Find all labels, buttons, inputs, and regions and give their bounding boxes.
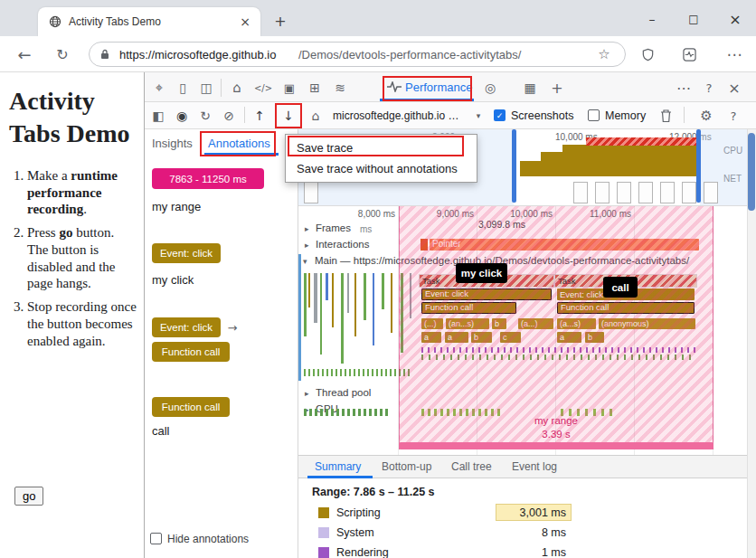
- gear-icon[interactable]: ⚙: [696, 106, 716, 126]
- scrollbar-thumb[interactable]: [748, 133, 755, 211]
- hide-annotations-checkbox[interactable]: [150, 533, 162, 544]
- list-item: Make a runtime performance recording.: [27, 167, 137, 218]
- activity-bar: [354, 273, 356, 336]
- screenshot-thumbnail[interactable]: [617, 182, 631, 203]
- back-icon[interactable]: ←: [13, 43, 36, 66]
- panel-extra-icon[interactable]: ◎: [479, 77, 501, 99]
- screenshot-thumbnail[interactable]: [682, 182, 696, 203]
- entry-label-call[interactable]: call: [603, 277, 638, 298]
- screenshot-thumbnail[interactable]: [638, 182, 653, 203]
- legend-swatch-scripting: [318, 507, 329, 518]
- legend-name: System: [336, 526, 374, 539]
- rerecord-icon[interactable]: ↻: [195, 106, 215, 126]
- sidebar-toggle-icon[interactable]: ◧: [148, 106, 168, 126]
- expand-icon[interactable]: ▸: [305, 389, 309, 398]
- legend-swatch-rendering: [318, 547, 329, 558]
- devtools-close-icon[interactable]: ×: [723, 77, 745, 99]
- trash-icon[interactable]: [657, 107, 675, 125]
- screenshot-thumbnail[interactable]: [595, 182, 610, 203]
- new-tab-button[interactable]: +: [271, 12, 289, 30]
- screenshot-thumbnail[interactable]: [704, 182, 718, 203]
- interactions-track-label[interactable]: Interactions: [316, 239, 369, 250]
- trace-source-dropdown[interactable]: microsoftedge.github.io …: [333, 109, 458, 122]
- browser-essentials-icon[interactable]: [680, 45, 698, 63]
- layout-grid-icon[interactable]: ▦: [519, 77, 541, 99]
- thread-pool-track-label[interactable]: Thread pool: [316, 387, 371, 398]
- tab-close-icon[interactable]: ×: [237, 14, 253, 30]
- network-icon[interactable]: ≋: [329, 77, 351, 99]
- inspect-icon[interactable]: ⌖: [148, 77, 170, 99]
- tab-call-tree[interactable]: Call tree: [451, 460, 492, 473]
- device-toolbar-icon[interactable]: ▯: [172, 77, 194, 99]
- devtools-help-icon[interactable]: ?: [698, 77, 720, 99]
- toolbar-divider: [684, 107, 685, 123]
- tab-insights[interactable]: Insights: [152, 137, 193, 150]
- overview-left-handle[interactable]: [512, 129, 516, 203]
- expand-icon[interactable]: ▸: [305, 241, 309, 250]
- highlight-box-annotations-tab: [200, 131, 276, 156]
- toolbar-divider: [244, 107, 245, 123]
- annotation-function-badge[interactable]: Function call: [152, 342, 230, 362]
- window-close-button[interactable]: ×: [716, 7, 754, 31]
- tab-bottom-up[interactable]: Bottom-up: [382, 460, 431, 473]
- check-icon: ✓: [496, 111, 504, 120]
- annotation-range-badge[interactable]: 7863 - 11250 ms: [152, 168, 264, 189]
- screenshot-thumbnail[interactable]: [573, 182, 588, 203]
- clear-icon[interactable]: ⊘: [219, 106, 239, 126]
- overview-right-handle[interactable]: [696, 129, 701, 203]
- devtools-more-icon[interactable]: ⋯: [673, 77, 695, 99]
- console-icon[interactable]: ▣: [279, 77, 300, 99]
- screenshot-thumbnail[interactable]: [304, 182, 318, 203]
- sources-icon[interactable]: </>: [251, 77, 275, 99]
- favorites-star-icon[interactable]: ☆: [593, 43, 615, 65]
- url-host: https://microsoftedge.github.io: [119, 48, 276, 61]
- url-path: /Demos/devtools-performance-activitytabs…: [298, 48, 521, 61]
- expand-icon[interactable]: ▸: [305, 224, 309, 233]
- application-icon[interactable]: ⊞: [304, 77, 326, 99]
- record-icon[interactable]: ◉: [172, 106, 192, 126]
- tab-summary[interactable]: Summary: [315, 460, 361, 473]
- legend-name: Rendering: [336, 546, 389, 558]
- welcome-home-icon[interactable]: ⌂: [226, 77, 248, 99]
- tracking-prevention-shield-icon[interactable]: [638, 45, 657, 63]
- annotation-function-badge[interactable]: Function call: [152, 397, 230, 417]
- performance-help-icon[interactable]: ?: [723, 106, 743, 126]
- tab-event-log[interactable]: Event log: [512, 460, 557, 473]
- screenshots-label: Screenshots: [511, 109, 573, 122]
- window-maximize-button[interactable]: □: [675, 7, 713, 31]
- annotation-event-badge[interactable]: Event: click: [152, 317, 221, 337]
- dock-panel-icon[interactable]: ◫: [195, 77, 217, 99]
- activity-bar: [364, 273, 366, 320]
- annotation-event-badge[interactable]: Event: click: [152, 243, 221, 263]
- live-metrics-icon[interactable]: ⌂: [306, 106, 326, 126]
- collapse-icon[interactable]: ▾: [303, 257, 307, 266]
- menu-item-save-trace-without-annotations[interactable]: Save trace without annotations: [286, 158, 477, 179]
- annotation-event-label[interactable]: my click: [152, 273, 194, 287]
- memory-checkbox[interactable]: [588, 109, 600, 121]
- browser-menu-icon[interactable]: ⋯: [723, 43, 745, 65]
- annotation-function-label[interactable]: call: [152, 424, 170, 438]
- entry-label-my-click[interactable]: my click: [456, 263, 507, 283]
- screenshot-thumbnail[interactable]: [660, 182, 675, 203]
- lock-icon: [99, 49, 110, 60]
- add-panel-icon[interactable]: +: [546, 77, 568, 99]
- activity-bar: [347, 273, 349, 313]
- instructions-list: Make a runtime performance recording. Pr…: [0, 167, 137, 350]
- frames-track-label[interactable]: Frames: [316, 222, 351, 233]
- activity-bar: [326, 273, 328, 300]
- summary-tab-underline: [307, 476, 373, 478]
- list-item: Stop recording once the button becomes e…: [27, 298, 137, 349]
- activity-bar: [382, 273, 384, 309]
- activity-bar: [314, 273, 317, 323]
- screenshots-checkbox[interactable]: ✓: [494, 109, 506, 121]
- annotation-range-label[interactable]: my range: [152, 200, 201, 213]
- legend-swatch-system: [318, 527, 329, 538]
- painting-ticks: [304, 369, 411, 376]
- highlight-box-export-icon: [275, 103, 302, 128]
- go-button[interactable]: go: [14, 487, 43, 506]
- frames-unit-label: ms: [360, 224, 372, 234]
- import-profile-icon[interactable]: ↑: [250, 106, 269, 126]
- refresh-icon[interactable]: ↻: [51, 43, 74, 66]
- window-minimize-button[interactable]: –: [633, 7, 671, 31]
- activity-bar: [308, 273, 310, 307]
